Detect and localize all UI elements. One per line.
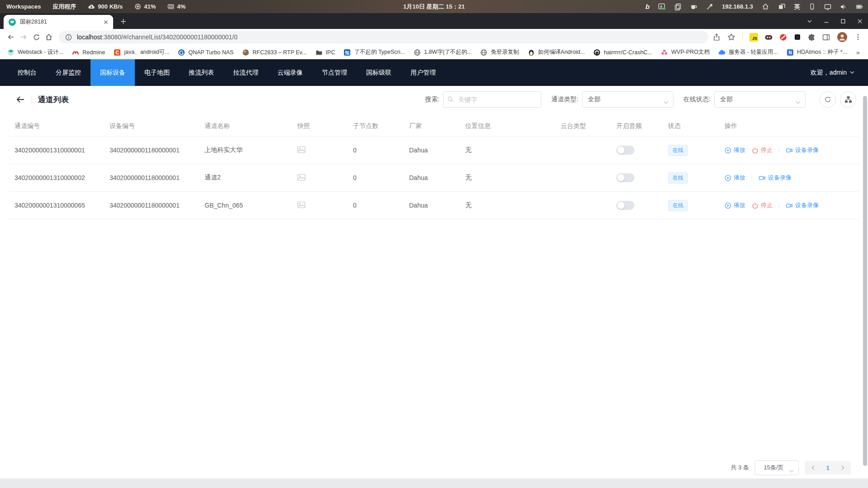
phone-link-icon[interactable] [809, 3, 816, 10]
play-action-button[interactable]: 播放 [725, 201, 745, 209]
nav-item-7[interactable]: 节点管理 [312, 59, 357, 86]
color-picker-tray-icon[interactable] [706, 3, 713, 10]
share-icon[interactable] [713, 33, 720, 41]
profile-avatar[interactable] [837, 32, 848, 43]
bookmark-star-icon[interactable] [727, 33, 735, 41]
stop-action-button[interactable]: 停止 [752, 146, 773, 154]
new-tab-button[interactable] [117, 15, 129, 27]
nav-item-0[interactable]: 控制台 [8, 59, 46, 86]
audio-switch[interactable] [616, 173, 634, 182]
back-button[interactable] [5, 31, 17, 43]
record-action-button[interactable]: 设备录像 [758, 174, 792, 182]
bing-tray-icon[interactable]: b [645, 3, 649, 10]
ip-address-indicator[interactable]: 192.168.1.3 [722, 3, 753, 10]
caffeine-tray-icon[interactable] [690, 3, 697, 10]
bookmark-item[interactable]: WVP-PRO文档 [657, 47, 713, 57]
window-switcher-tray-icon[interactable] [778, 3, 786, 10]
record-action-button[interactable]: 设备录像 [786, 146, 819, 154]
app-navbar: 控制台分屏监控国标设备电子地图推流列表拉流代理云端录像节点管理国标级联用户管理 … [0, 59, 868, 86]
page-back-button[interactable] [14, 93, 27, 106]
bookmarks-overflow-button[interactable]: » [853, 48, 863, 56]
snapshot-image-placeholder[interactable] [297, 146, 305, 153]
bookmark-item[interactable]: RFC2833 – RTP Ev... [238, 47, 310, 57]
cell-channel-id: 34020000001310000065 [9, 202, 104, 209]
cell-channel-name: 通道2 [199, 174, 292, 182]
bookmark-item[interactable]: NHDAtmos :: 种子 *... [783, 47, 851, 57]
nav-item-3[interactable]: 电子地图 [135, 59, 179, 86]
bookmark-label: Webstack - 设计... [18, 48, 63, 56]
input-method-indicator[interactable]: 英 [794, 3, 800, 11]
nav-item-4[interactable]: 推流列表 [179, 59, 224, 86]
bookmark-item[interactable]: 服务器 - 轻量应用... [715, 47, 782, 57]
dark-square-extension-icon[interactable] [794, 33, 801, 41]
bookmark-item[interactable]: Redmine [68, 47, 109, 57]
page-size-select[interactable]: 15条/页 [755, 460, 799, 475]
scrollbar-thumb[interactable] [863, 96, 867, 466]
bookmark-item[interactable]: Webstack - 设计... [4, 47, 67, 57]
applications-menu[interactable]: 应用程序 [52, 3, 76, 11]
window-minimize-button[interactable] [824, 19, 829, 24]
bookmark-item[interactable]: IPC [312, 47, 339, 57]
address-bar[interactable]: localhost:38080/#/channelList/3402000000… [59, 31, 708, 43]
search-input[interactable] [443, 91, 541, 108]
bookmark-label: java、android可... [124, 48, 169, 56]
workspaces-button[interactable]: Workspaces [6, 3, 41, 10]
clipboard-tray-icon[interactable] [674, 3, 682, 10]
bookmark-item[interactable]: 知了不起的 TypeScri... [340, 47, 409, 57]
svg-text:N: N [788, 50, 792, 55]
refresh-button[interactable] [820, 91, 836, 108]
dark-oval-extension-icon[interactable] [765, 33, 773, 41]
window-close-button[interactable] [857, 19, 863, 24]
js-extension-icon[interactable]: JS [749, 33, 758, 42]
snapshot-image-placeholder[interactable] [297, 174, 305, 181]
home-tray-icon[interactable] [762, 3, 769, 10]
bookmark-label: WVP-PRO文档 [671, 48, 710, 56]
volume-icon[interactable] [840, 3, 847, 10]
reload-button[interactable] [30, 31, 43, 43]
bookmark-item[interactable]: hairrrrr/C-CrashC... [590, 47, 656, 57]
bookmark-item[interactable]: 免登录复制 [477, 47, 523, 57]
bookmark-item[interactable]: 1.8W字|了不起的... [410, 47, 475, 57]
display-icon[interactable] [824, 3, 831, 10]
browser-tab[interactable]: 国标28181 [4, 15, 113, 29]
channel-list-page: 通道列表 搜索: 通道类型: 全部 在线状态: 全部 通道编号设备编号通道名称快… [0, 90, 868, 488]
bookmark-item[interactable]: Cjava、android可... [110, 47, 173, 57]
record-action-button[interactable]: 设备录像 [786, 201, 819, 209]
site-info-icon[interactable] [65, 34, 72, 41]
cell-vendor: Dahua [404, 174, 460, 181]
nav-item-2[interactable]: 国标设备 [91, 59, 135, 86]
tab-close-icon[interactable] [102, 18, 110, 26]
play-action-button[interactable]: 播放 [725, 174, 745, 182]
bookmark-item[interactable]: 如何编译Android... [524, 47, 589, 57]
browser-menu-icon[interactable] [854, 33, 862, 41]
audio-switch[interactable] [616, 146, 634, 155]
nav-item-9[interactable]: 用户管理 [401, 59, 445, 86]
side-panel-icon[interactable] [822, 33, 830, 41]
next-page-button[interactable] [835, 461, 850, 474]
forward-button[interactable] [17, 31, 30, 43]
bookmark-favicon [7, 49, 14, 56]
current-page-number[interactable]: 1 [820, 464, 835, 471]
stop-action-button[interactable]: 停止 [752, 201, 773, 209]
adblock-extension-icon[interactable] [779, 33, 787, 41]
online-status-select[interactable]: 全部 [714, 91, 806, 108]
tree-view-button[interactable] [840, 91, 856, 108]
nav-item-8[interactable]: 国标级联 [357, 59, 401, 86]
nav-item-6[interactable]: 云端录像 [268, 59, 312, 86]
extensions-puzzle-icon[interactable] [808, 33, 816, 41]
snapshot-image-placeholder[interactable] [297, 201, 305, 208]
prev-page-button[interactable] [806, 461, 820, 474]
channel-type-select[interactable]: 全部 [582, 91, 673, 108]
nav-item-1[interactable]: 分屏监控 [46, 59, 91, 86]
screenshot-translate-tray-icon[interactable]: A [658, 3, 666, 10]
play-icon [725, 175, 731, 181]
bookmark-item[interactable]: QNAP Turbo NAS [174, 47, 237, 57]
play-action-button[interactable]: 播放 [725, 146, 745, 154]
nav-item-5[interactable]: 拉流代理 [224, 59, 268, 86]
window-restore-button[interactable] [840, 19, 846, 24]
user-welcome-menu[interactable]: 欢迎，admin [811, 59, 854, 86]
battery-icon[interactable] [856, 3, 863, 10]
tab-search-chevron-icon[interactable] [807, 19, 812, 24]
audio-switch[interactable] [616, 201, 634, 210]
home-button[interactable] [43, 31, 55, 43]
